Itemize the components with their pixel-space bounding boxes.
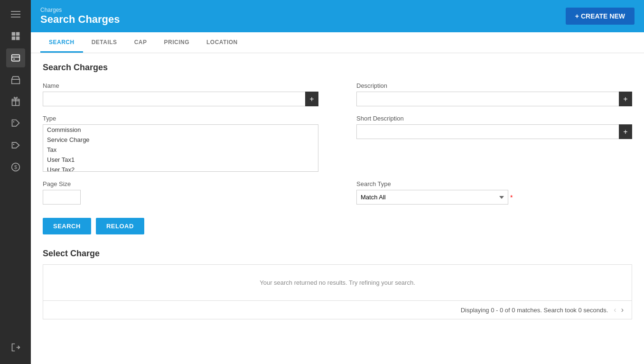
gift-icon[interactable] [6,92,25,111]
short-description-label: Short Description [356,115,632,122]
name-label: Name [43,82,318,89]
svg-rect-2 [11,17,20,18]
description-field-group: Description + [356,82,632,106]
tab-location[interactable]: LOCATION [198,32,246,53]
charges-icon[interactable] [6,48,25,67]
results-section: Select Charge Your search returned no re… [43,249,632,319]
dashboard-icon[interactable] [6,27,25,46]
tag-icon[interactable] [6,114,25,133]
svg-point-15 [13,144,14,145]
main-content: Charges Search Charges + CREATE NEW SEAR… [31,0,644,364]
svg-rect-10 [11,79,19,84]
dollar-circle-icon[interactable]: $ [6,158,25,177]
tag2-icon[interactable] [6,136,25,155]
description-label: Description [356,82,632,89]
tab-pricing[interactable]: PRICING [155,32,198,53]
breadcrumb: Charges [40,7,120,13]
short-description-input[interactable] [356,124,632,139]
tab-cap[interactable]: CAP [126,32,156,53]
svg-point-14 [13,121,14,122]
type-option-service-charge[interactable]: Service Charge [43,135,318,145]
action-buttons: SEARCH RELOAD [43,218,632,234]
next-page-button[interactable]: › [620,306,625,314]
sidebar: $ [0,0,31,364]
search-form: Name + Description + Type Commission [43,82,632,213]
svg-rect-5 [11,37,15,40]
search-button[interactable]: SEARCH [43,218,91,234]
page-size-field-group: Page Size 10 [43,180,318,205]
short-description-plus-button[interactable]: + [619,124,632,139]
name-plus-button[interactable]: + [305,92,318,106]
results-title: Select Charge [43,249,632,259]
search-type-field-group: Search Type Match All Match Any * [356,180,632,205]
header: Charges Search Charges + CREATE NEW [31,0,644,32]
tab-details[interactable]: DETAILS [83,32,126,53]
short-description-field-group: Short Description + [356,115,632,172]
type-option-user-tax1[interactable]: User Tax1 [43,155,318,165]
menu-icon[interactable] [6,5,25,24]
pagination-nav: ‹ › [613,306,625,314]
page-size-input[interactable]: 10 [43,190,81,205]
svg-rect-1 [11,14,20,15]
content-area: Search Charges Name + Description + [31,53,644,364]
search-type-label: Search Type [356,180,632,187]
type-label: Type [43,115,318,122]
tab-search[interactable]: SEARCH [40,32,83,53]
type-field-group: Type Commission Service Charge Tax User … [43,115,318,172]
type-option-commission[interactable]: Commission [43,125,318,135]
description-plus-button[interactable]: + [619,92,632,106]
name-input[interactable] [43,92,318,106]
type-option-tax[interactable]: Tax [43,145,318,155]
results-footer: Displaying 0 - 0 of 0 matches. Search to… [43,301,632,319]
svg-text:$: $ [14,164,17,170]
description-input[interactable] [356,92,632,106]
type-option-user-tax2[interactable]: User Tax2 [43,165,318,172]
create-new-button[interactable]: + CREATE NEW [566,8,635,25]
reload-button[interactable]: RELOAD [96,218,144,234]
svg-rect-7 [11,55,19,61]
name-field-group: Name + [43,82,318,106]
page-title: Search Charges [40,13,120,26]
svg-rect-0 [11,11,20,12]
results-empty-message: Your search returned no results. Try ref… [43,265,632,301]
svg-rect-6 [16,37,19,40]
store-icon[interactable] [6,70,25,89]
results-footer-text: Displaying 0 - 0 of 0 matches. Search to… [461,307,608,314]
tab-bar: SEARCH DETAILS CAP PRICING LOCATION [31,32,644,53]
search-type-select[interactable]: Match All Match Any [356,190,508,205]
required-indicator: * [510,194,513,201]
logout-icon[interactable] [6,338,25,357]
prev-page-button[interactable]: ‹ [613,306,617,314]
search-section-title: Search Charges [43,63,632,73]
svg-rect-4 [16,32,19,36]
results-table-container: Your search returned no results. Try ref… [43,264,632,319]
page-size-label: Page Size [43,180,318,187]
svg-rect-3 [11,32,15,36]
